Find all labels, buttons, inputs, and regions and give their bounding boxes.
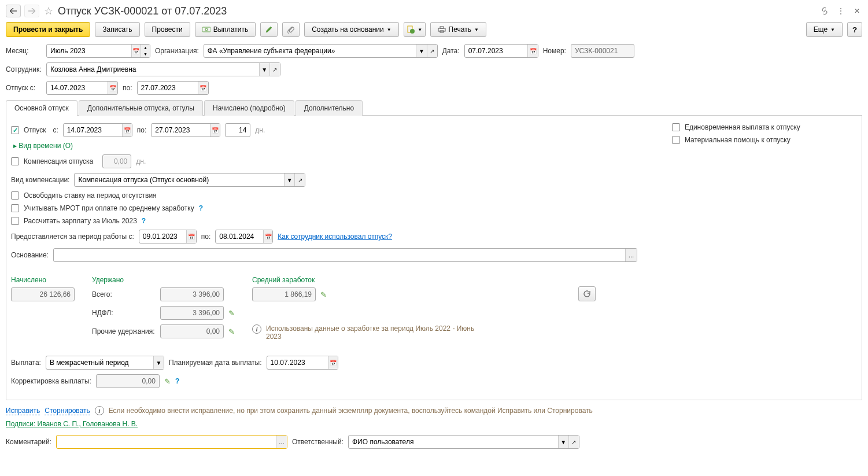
bonus-checkbox[interactable]: [672, 123, 680, 131]
open-icon[interactable]: ↗: [568, 436, 579, 448]
recalc-help[interactable]: ?: [142, 217, 146, 225]
arrow-right-icon: [28, 8, 35, 14]
open-icon[interactable]: ↗: [269, 63, 280, 76]
reverse-link[interactable]: Сторнировать: [45, 407, 90, 415]
forward-button[interactable]: [24, 5, 39, 17]
tab-additional-vacation[interactable]: Дополнительные отпуска, отгулы: [79, 100, 203, 116]
period-from-field[interactable]: 📅: [139, 230, 197, 243]
save-button[interactable]: Записать: [95, 22, 139, 37]
dropdown-icon[interactable]: ▼: [153, 356, 164, 369]
calendar-icon[interactable]: 📅: [263, 230, 272, 243]
other-withhold-label: Прочие удержания:: [92, 327, 156, 335]
more-button[interactable]: Еще ▼: [806, 22, 843, 37]
comp-days-suffix: дн.: [136, 157, 146, 165]
tab-accrued-detail[interactable]: Начислено (подробно): [204, 100, 294, 116]
corr-label: Корректировка выплаты:: [11, 377, 91, 385]
spinner-down[interactable]: ▼: [141, 51, 150, 57]
ndfl-edit-icon[interactable]: ✎: [228, 309, 235, 318]
mat-help-label: Материальная помощь к отпуску: [685, 136, 791, 144]
recalc-checkbox[interactable]: [11, 217, 19, 225]
employee-field[interactable]: ▼ ↗: [46, 62, 280, 76]
create-based-button[interactable]: Создать на основании ▼: [304, 22, 398, 37]
comp-type-field[interactable]: ▼ ↗: [74, 173, 305, 187]
employee-label: Сотрудник:: [6, 65, 42, 73]
release-rate-checkbox[interactable]: [11, 191, 19, 200]
release-rate-label: Освободить ставку на период отсутствия: [24, 191, 157, 200]
main-to-label: по:: [137, 126, 147, 134]
post-and-close-button[interactable]: Провести и закрыть: [6, 22, 90, 37]
vac-to-field[interactable]: 📅: [137, 81, 209, 95]
dropdown-icon[interactable]: ▼: [416, 45, 426, 57]
signatures-link[interactable]: Подписи: Иванов С. П., Голованова Н. В.: [6, 420, 138, 428]
tab-main-vacation[interactable]: Основной отпуск: [6, 100, 77, 116]
mrot-help[interactable]: ?: [199, 204, 203, 212]
calendar-icon[interactable]: 📅: [210, 124, 220, 136]
refresh-button[interactable]: [578, 286, 596, 301]
days-field[interactable]: [225, 123, 250, 137]
basis-field[interactable]: …: [53, 248, 637, 262]
calendar-icon[interactable]: 📅: [131, 45, 141, 57]
tab-extra[interactable]: Дополнительно: [296, 100, 363, 116]
calendar-icon[interactable]: 📅: [122, 124, 132, 136]
link-icon[interactable]: [819, 6, 830, 16]
main-to-field[interactable]: 📅: [151, 123, 220, 137]
vac-from-field[interactable]: 📅: [46, 81, 118, 95]
back-button[interactable]: [6, 5, 21, 17]
dropdown-icon[interactable]: ▼: [259, 63, 269, 76]
corr-help[interactable]: ?: [175, 377, 179, 385]
attach-button[interactable]: [282, 22, 300, 37]
vacation-checkbox[interactable]: [11, 126, 19, 134]
calendar-icon[interactable]: 📅: [186, 230, 195, 243]
favorite-icon[interactable]: ☆: [43, 5, 54, 17]
withheld-header: Удержано: [92, 276, 235, 284]
pay-button[interactable]: Выплатить: [195, 22, 256, 37]
vac-to-label: по:: [123, 84, 132, 92]
accrued-header: Начислено: [11, 276, 75, 284]
calendar-icon[interactable]: 📅: [328, 356, 338, 369]
accrued-field: [11, 287, 75, 301]
main-from-field[interactable]: 📅: [63, 123, 132, 137]
calendar-icon[interactable]: 📅: [198, 82, 208, 94]
mrot-checkbox[interactable]: [11, 204, 19, 212]
ndfl-field: [160, 306, 224, 320]
period-to-label: по:: [201, 233, 211, 241]
ellipsis-icon[interactable]: …: [276, 436, 287, 448]
close-icon[interactable]: ✕: [852, 6, 862, 16]
bonus-label: Единовременная выплата к отпуску: [685, 123, 800, 131]
compensation-checkbox[interactable]: [11, 157, 19, 165]
dropdown-icon[interactable]: ▼: [284, 174, 294, 186]
month-field[interactable]: 📅 ▲ ▼: [46, 44, 150, 58]
fix-link[interactable]: Исправить: [6, 407, 40, 415]
post-button[interactable]: Провести: [145, 22, 190, 37]
print-button[interactable]: Печать ▼: [430, 22, 486, 37]
spinner-up[interactable]: ▲: [141, 45, 150, 51]
svg-point-3: [410, 29, 415, 34]
edit-button[interactable]: [260, 22, 278, 37]
resp-field[interactable]: ▼ ↗: [348, 435, 579, 449]
help-button[interactable]: ?: [847, 22, 862, 37]
mat-help-checkbox[interactable]: [672, 136, 680, 144]
ellipsis-icon[interactable]: …: [625, 249, 637, 261]
caret-down-icon: ▼: [474, 27, 479, 32]
kebab-icon[interactable]: ⋮: [836, 6, 846, 16]
compensation-label: Компенсация отпуска: [24, 157, 93, 165]
period-to-field[interactable]: 📅: [215, 230, 273, 243]
dropdown-icon[interactable]: ▼: [558, 436, 568, 448]
org-field[interactable]: ▼ ↗: [204, 44, 438, 58]
other-edit-icon[interactable]: ✎: [228, 327, 235, 336]
refresh-icon: [583, 290, 591, 298]
payment-field[interactable]: ▼: [46, 356, 164, 370]
plan-date-field[interactable]: 📅: [267, 356, 338, 370]
comment-field[interactable]: …: [56, 435, 287, 449]
corr-edit-icon[interactable]: ✎: [164, 377, 171, 386]
calendar-icon[interactable]: 📅: [527, 45, 537, 57]
avg-edit-icon[interactable]: ✎: [320, 290, 327, 299]
calendar-icon[interactable]: 📅: [108, 82, 117, 94]
date-field[interactable]: 📅: [464, 44, 538, 58]
usage-link[interactable]: Как сотрудник использовал отпуск?: [278, 233, 392, 241]
create-related-button[interactable]: ▼: [404, 22, 426, 37]
open-icon[interactable]: ↗: [427, 45, 437, 57]
time-type-toggle[interactable]: ▸ Вид времени (О): [13, 142, 73, 150]
open-icon[interactable]: ↗: [294, 174, 305, 186]
withheld-all-label: Всего:: [92, 290, 156, 298]
